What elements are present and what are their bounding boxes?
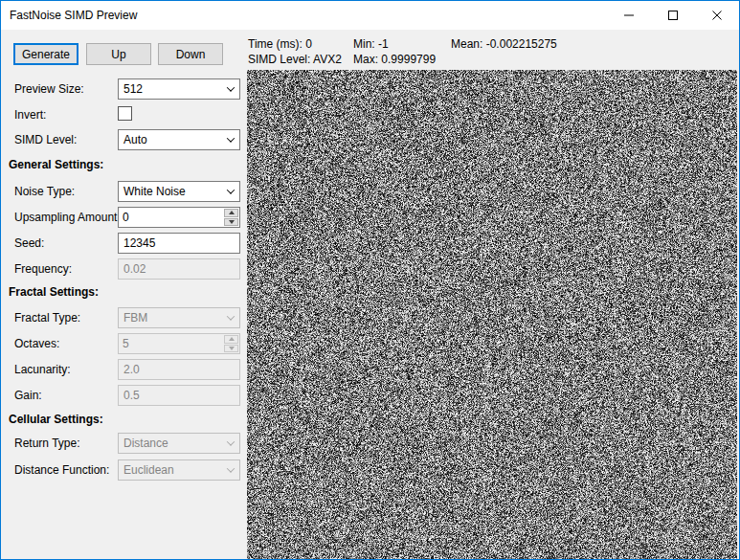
status-mean-label: Mean: [451, 37, 482, 51]
simd-level-value: Auto [119, 133, 222, 146]
spin-down-button [224, 345, 238, 353]
preview-size-select[interactable]: 512 [118, 78, 240, 100]
seed-label: Seed: [14, 236, 44, 250]
lacunarity-input [118, 359, 240, 380]
preview-size-label: Preview Size: [14, 82, 84, 96]
minimize-button[interactable] [607, 1, 651, 30]
upsampling-amount-spinner[interactable] [118, 207, 240, 228]
status-max: Max: 0.9999799 [353, 53, 436, 66]
distance-function-label: Distance Function: [14, 463, 109, 477]
spin-down-button[interactable] [224, 218, 238, 227]
invert-label: Invert: [14, 108, 46, 122]
gain-input [118, 385, 240, 406]
fractal-type-label: Fractal Type: [14, 311, 80, 325]
frequency-label: Frequency: [14, 262, 72, 276]
simd-level-label: SIMD Level: [14, 133, 77, 146]
titlebar[interactable]: FastNoise SIMD Preview [1, 1, 739, 30]
octaves-input [119, 334, 223, 353]
noise-type-value: White Noise [119, 185, 222, 198]
caption-buttons [607, 1, 739, 30]
octaves-label: Octaves: [14, 337, 59, 350]
triangle-up-icon [229, 211, 235, 214]
maximize-icon [668, 11, 678, 20]
status-time-value: 0 [305, 37, 312, 51]
spin-up-button[interactable] [224, 209, 238, 217]
spinner-buttons [223, 334, 239, 353]
cellular-settings-heading: Cellular Settings: [9, 413, 103, 426]
chevron-down-icon [222, 308, 239, 327]
spinner-buttons [223, 208, 239, 227]
invert-checkbox[interactable] [118, 106, 132, 121]
return-type-value: Distance [119, 437, 222, 450]
upsampling-amount-label: Upsampling Amount: [14, 211, 121, 224]
status-time-label: Time (ms): [248, 37, 303, 51]
chevron-down-icon [222, 182, 239, 201]
down-button[interactable]: Down [158, 43, 223, 65]
chevron-down-icon [222, 434, 239, 453]
seed-input[interactable] [118, 233, 240, 254]
triangle-up-icon [229, 337, 235, 341]
app-window: FastNoise SIMD Preview Generate Up Down … [0, 0, 740, 560]
minimize-icon [624, 11, 634, 20]
fractal-type-value: FBM [119, 311, 222, 325]
status-min-value: -1 [378, 37, 389, 51]
maximize-button[interactable] [651, 1, 695, 30]
chevron-down-icon [222, 460, 239, 480]
simd-level-select[interactable]: Auto [118, 129, 240, 150]
distance-function-select: Euclidean [118, 459, 240, 481]
status-mean: Mean: -0.002215275 [451, 37, 557, 51]
noise-type-select[interactable]: White Noise [118, 181, 240, 202]
return-type-label: Return Type: [14, 437, 79, 450]
fractal-type-select: FBM [118, 307, 240, 328]
gain-label: Gain: [14, 389, 42, 402]
status-mean-value: -0.002215275 [486, 37, 557, 51]
spin-up-button [224, 335, 238, 344]
status-simd-label: SIMD Level: [248, 53, 310, 66]
chevron-down-icon [222, 79, 239, 99]
upsampling-amount-input[interactable] [119, 208, 223, 227]
close-icon [712, 11, 722, 20]
up-button[interactable]: Up [86, 43, 151, 65]
noise-preview-image [247, 70, 737, 560]
general-settings-heading: General Settings: [9, 158, 103, 171]
status-simd-value: AVX2 [313, 53, 342, 66]
status-max-value: 0.9999799 [381, 53, 436, 66]
return-type-select: Distance [118, 433, 240, 454]
status-max-label: Max: [353, 53, 378, 66]
status-min-label: Min: [353, 37, 375, 51]
preview-size-value: 512 [119, 82, 222, 96]
status-simd-level: SIMD Level: AVX2 [248, 53, 342, 66]
chevron-down-icon [222, 130, 239, 149]
status-min: Min: -1 [353, 37, 389, 51]
distance-function-value: Euclidean [119, 463, 222, 477]
noise-type-label: Noise Type: [14, 185, 75, 198]
frequency-input [118, 258, 240, 280]
fractal-settings-heading: Fractal Settings: [9, 285, 99, 299]
close-button[interactable] [695, 1, 739, 30]
generate-button[interactable]: Generate [13, 43, 78, 65]
window-title: FastNoise SIMD Preview [1, 9, 137, 22]
triangle-down-icon [229, 220, 235, 224]
lacunarity-label: Lacunarity: [14, 363, 71, 376]
octaves-spinner [118, 333, 240, 354]
status-time: Time (ms): 0 [248, 37, 312, 51]
triangle-down-icon [229, 347, 235, 350]
